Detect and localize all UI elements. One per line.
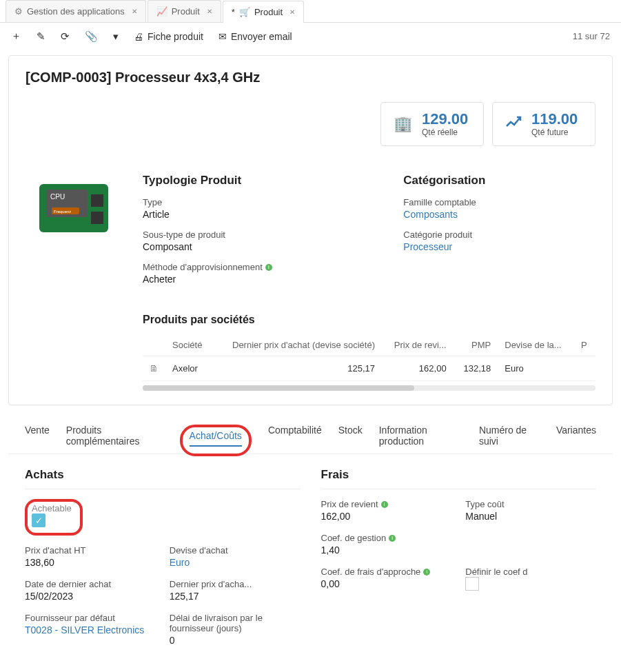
definir-coef-checkbox[interactable] xyxy=(465,577,479,591)
dirty-indicator: * xyxy=(232,7,235,17)
info-icon[interactable]: i xyxy=(423,569,430,576)
date-value: 15/02/2023 xyxy=(25,591,156,602)
subtab-stock[interactable]: Stock xyxy=(338,425,363,454)
categorie-label: Catégorie produit xyxy=(403,230,595,240)
cart-icon: 🛒 xyxy=(239,7,250,17)
subtab-info-production[interactable]: Information production xyxy=(379,425,462,454)
close-icon[interactable]: ✕ xyxy=(207,8,212,15)
subtab-complementaires[interactable]: Produits complémentaires xyxy=(66,425,163,454)
type-label: Type xyxy=(143,197,383,207)
delai-value: 0 xyxy=(170,635,301,646)
attach-button[interactable]: 📎 xyxy=(85,30,98,43)
add-button[interactable]: ＋ xyxy=(11,30,21,43)
info-icon[interactable]: i xyxy=(265,264,272,271)
close-icon[interactable]: ✕ xyxy=(289,8,295,16)
edit-button[interactable]: ✎ xyxy=(37,30,45,43)
kpi-real-qty[interactable]: 🏢 129.00 Qté réelle xyxy=(380,102,484,146)
section-title: Catégorisation xyxy=(403,174,595,187)
subtab-variantes[interactable]: Variantes xyxy=(556,425,596,454)
svg-rect-5 xyxy=(91,194,103,207)
pager[interactable]: 11 sur 72 xyxy=(573,31,610,41)
document-icon: 🗎 xyxy=(150,363,159,374)
tab-label: Gestion des applications xyxy=(27,6,125,17)
kpi-label: Qté réelle xyxy=(422,128,468,137)
coef-gestion-label: Coef. de gestion i xyxy=(321,533,452,543)
frais-panel: Frais Prix de revient i 162,00 Type coût… xyxy=(321,468,597,657)
devise-label: Devise d'achat xyxy=(170,545,301,556)
fiche-produit-button[interactable]: 🖨 Fiche produit xyxy=(134,31,203,42)
date-label: Date de dernier achat xyxy=(25,579,156,589)
col-pmp[interactable]: PMP xyxy=(454,334,498,356)
method-value: Acheter xyxy=(143,274,383,285)
table-row[interactable]: 🗎 Axelor 125,17 162,00 132,18 Euro xyxy=(143,356,595,381)
kpi-row: 🏢 129.00 Qté réelle 119.00 Qté future xyxy=(26,102,595,146)
tab-product-2[interactable]: * 🛒 Produit ✕ xyxy=(223,1,304,23)
type-cout-label: Type coût xyxy=(465,499,596,509)
col-dernier-prix[interactable]: Dernier prix d'achat (devise société) xyxy=(213,334,382,356)
dernier-prix-value: 125,17 xyxy=(170,591,301,602)
achats-title: Achats xyxy=(25,468,301,482)
type-value: Article xyxy=(143,209,383,220)
info-icon[interactable]: i xyxy=(389,535,396,542)
company-table: Société Dernier prix d'achat (devise soc… xyxy=(143,334,595,381)
svg-text:CPU: CPU xyxy=(50,193,65,201)
svg-rect-6 xyxy=(91,212,103,224)
detail-grid: CPU Frequenz Typologie Produit Type Arti… xyxy=(26,174,595,294)
section-title: Typologie Produit xyxy=(143,174,383,187)
print-icon: 🖨 xyxy=(134,31,143,42)
subtab-vente[interactable]: Vente xyxy=(25,425,50,454)
refresh-button[interactable]: ⟳ xyxy=(61,30,70,43)
email-label: Envoyer email xyxy=(231,31,292,42)
product-subtabs: Vente Produits complémentaires Achat/Coû… xyxy=(8,411,613,454)
fournisseur-label: Fournisseur par défaut xyxy=(25,613,156,623)
col-societe[interactable]: Société xyxy=(165,334,213,356)
company-table-title: Produits par sociétés xyxy=(143,314,595,326)
highlight-annotation: Achetable ✓ xyxy=(25,499,83,536)
devise-value[interactable]: Euro xyxy=(170,557,301,568)
coef-frais-value: 0,00 xyxy=(321,578,452,589)
categorie-value[interactable]: Processeur xyxy=(403,241,595,252)
achats-panel: Achats Achetable ✓ Prix d'achat HT 138,6… xyxy=(25,468,301,657)
chart-icon: 📈 xyxy=(156,6,167,17)
subtype-label: Sous-type de produit xyxy=(143,230,383,240)
subtype-value: Composant xyxy=(143,241,383,252)
dropdown-icon[interactable]: ▾ xyxy=(113,30,119,43)
kpi-future-qty[interactable]: 119.00 Qté future xyxy=(492,102,595,146)
col-p[interactable]: P xyxy=(574,334,595,356)
prix-revient-value: 162,00 xyxy=(321,511,452,522)
achetable-label: Achetable xyxy=(32,503,72,513)
col-devise[interactable]: Devise de la... xyxy=(498,334,574,356)
famille-label: Famille comptable xyxy=(403,197,595,207)
send-email-button[interactable]: ✉ Envoyer email xyxy=(218,31,292,42)
definir-coef-label: Définir le coef d xyxy=(465,567,596,577)
info-icon[interactable]: i xyxy=(381,501,388,508)
cell-prix-revient: 162,00 xyxy=(382,356,454,381)
coef-frais-label: Coef. de frais d'approche i xyxy=(321,567,452,577)
horizontal-scrollbar[interactable] xyxy=(143,385,595,391)
tab-product-1[interactable]: 📈 Produit ✕ xyxy=(147,0,221,22)
toolbar: ＋ ✎ ⟳ 📎 ▾ 🖨 Fiche produit ✉ Envoyer emai… xyxy=(0,23,621,50)
type-cout-value: Manuel xyxy=(465,511,596,522)
gear-icon: ⚙ xyxy=(14,6,23,17)
trend-icon xyxy=(505,115,522,133)
page-title: [COMP-0003] Processeur 4x3,4 GHz xyxy=(26,70,595,85)
close-icon[interactable]: ✕ xyxy=(132,8,137,15)
tab-app-management[interactable]: ⚙ Gestion des applications ✕ xyxy=(6,0,146,22)
fournisseur-value[interactable]: T0028 - SILVER Electronics xyxy=(25,624,156,635)
kpi-value: 119.00 xyxy=(531,111,578,128)
highlight-annotation: Achat/Coûts xyxy=(180,425,252,456)
delai-label: Délai de livraison par le fournisseur (j… xyxy=(170,613,301,633)
achetable-checkbox[interactable]: ✓ xyxy=(32,513,45,527)
kpi-value: 129.00 xyxy=(422,111,468,128)
mail-icon: ✉ xyxy=(218,31,227,42)
svg-text:Frequenz: Frequenz xyxy=(54,210,71,214)
tab-label: Produit xyxy=(254,7,283,17)
cell-societe: Axelor xyxy=(165,356,213,381)
subtab-achat-couts[interactable]: Achat/Coûts xyxy=(190,430,242,447)
product-card: [COMP-0003] Processeur 4x3,4 GHz 🏢 129.0… xyxy=(8,55,613,405)
famille-value[interactable]: Composants xyxy=(403,209,595,220)
subtab-comptabilite[interactable]: Comptabilité xyxy=(268,425,322,454)
kpi-label: Qté future xyxy=(531,128,578,137)
col-prix-revient[interactable]: Prix de revi... xyxy=(382,334,454,356)
subtab-numero-suivi[interactable]: Numéro de suivi xyxy=(479,425,540,454)
